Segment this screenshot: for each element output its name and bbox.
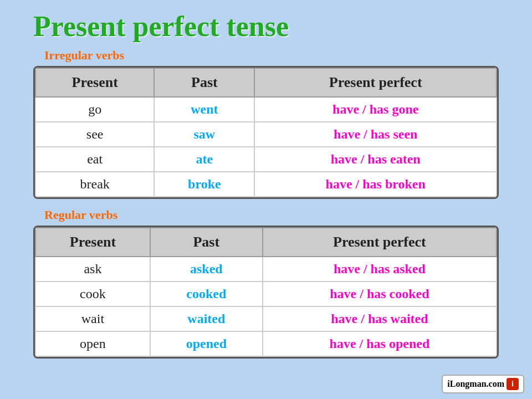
- irregular-section-label: Irregular verbs: [0, 46, 532, 66]
- regular-table: Present Past Present perfect ask asked h…: [35, 227, 497, 357]
- cell-perfect: have / has waited: [263, 306, 497, 331]
- cell-past: opened: [150, 331, 263, 356]
- cell-past: asked: [150, 257, 263, 282]
- cell-perfect: have / has opened: [263, 331, 497, 356]
- cell-past: saw: [154, 122, 254, 147]
- cell-present: open: [35, 331, 150, 356]
- table-row: ask asked have / has asked: [35, 257, 497, 282]
- table-row: cook cooked have / has cooked: [35, 282, 497, 306]
- cell-perfect: have / has seen: [254, 122, 497, 147]
- regular-section-label: Regular verbs: [0, 206, 532, 226]
- irregular-table-wrapper: Present Past Present perfect go went hav…: [33, 66, 499, 199]
- cell-past: cooked: [150, 282, 263, 306]
- cell-present: go: [35, 97, 154, 122]
- header-past-2: Past: [150, 228, 263, 257]
- cell-present: see: [35, 122, 154, 147]
- irregular-table: Present Past Present perfect go went hav…: [35, 68, 497, 197]
- cell-past: ate: [154, 147, 254, 172]
- watermark-icon: i: [507, 378, 519, 390]
- table-row: see saw have / has seen: [35, 122, 497, 147]
- cell-past: broke: [154, 172, 254, 197]
- cell-past: went: [154, 97, 254, 122]
- cell-present: break: [35, 172, 154, 197]
- regular-table-wrapper: Present Past Present perfect ask asked h…: [33, 226, 499, 359]
- cell-present: eat: [35, 147, 154, 172]
- cell-perfect: have / has asked: [263, 257, 497, 282]
- cell-perfect: have / has gone: [254, 97, 497, 122]
- header-present-1: Present: [35, 68, 154, 97]
- table-row: break broke have / has broken: [35, 172, 497, 197]
- irregular-header-row: Present Past Present perfect: [35, 68, 497, 97]
- table-row: wait waited have / has waited: [35, 306, 497, 331]
- watermark: iLongman.com i: [442, 375, 524, 393]
- watermark-text: iLongman.com: [447, 379, 504, 389]
- cell-perfect: have / has broken: [254, 172, 497, 197]
- cell-past: waited: [150, 306, 263, 331]
- table-row: open opened have / has opened: [35, 331, 497, 356]
- cell-present: ask: [35, 257, 150, 282]
- cell-present: cook: [35, 282, 150, 306]
- cell-perfect: have / has eaten: [254, 147, 497, 172]
- table-row: go went have / has gone: [35, 97, 497, 122]
- cell-present: wait: [35, 306, 150, 331]
- header-past-1: Past: [154, 68, 254, 97]
- table-row: eat ate have / has eaten: [35, 147, 497, 172]
- regular-header-row: Present Past Present perfect: [35, 228, 497, 257]
- header-present-2: Present: [35, 228, 150, 257]
- cell-perfect: have / has cooked: [263, 282, 497, 306]
- page-title: Present perfect tense: [0, 0, 532, 46]
- header-perfect-2: Present perfect: [263, 228, 497, 257]
- header-perfect-1: Present perfect: [254, 68, 497, 97]
